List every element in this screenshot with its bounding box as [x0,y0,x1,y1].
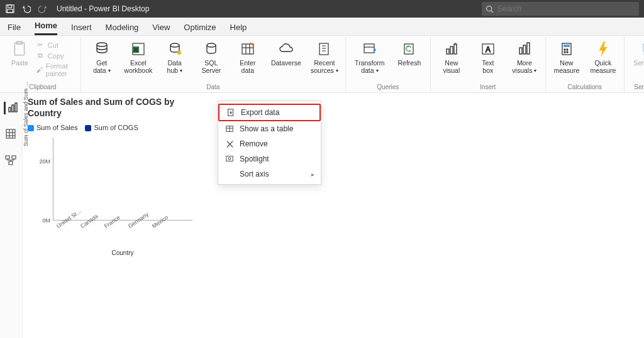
tab-insert[interactable]: Insert [71,19,92,35]
group-insert: New visual AText box More visuals ▾ Inse… [431,37,546,92]
group-calculations: New measure Quick measure Calculations [546,37,625,92]
rail-report-icon[interactable] [4,102,16,114]
svg-rect-22 [447,49,449,54]
menubar: File Home Insert Modeling View Optimize … [0,18,644,36]
svg-rect-28 [523,45,526,54]
group-data: Get data ▾ XExcel workbook Data hub ▾ SQ… [81,37,346,92]
sensitivity-button[interactable]: Sensitivity▾ [631,40,644,74]
group-label-clipboard: Clipboard [11,84,74,92]
svg-rect-39 [9,107,11,112]
svg-rect-18 [319,43,328,55]
svg-rect-56 [226,156,233,161]
tab-view[interactable]: View [152,19,170,35]
svg-rect-42 [6,129,15,138]
get-data-button[interactable]: Get data ▾ [87,40,116,74]
search-input[interactable] [497,4,635,13]
remove-icon [225,140,235,148]
svg-point-32 [564,49,565,50]
svg-rect-5 [15,43,25,55]
svg-point-12 [177,51,181,55]
tab-home[interactable]: Home [35,18,57,35]
quick-measure-button[interactable]: Quick measure [589,40,618,74]
transform-data-button[interactable]: Transform data ▾ [352,40,387,74]
svg-point-3 [487,6,492,11]
y-axis-label: Sum of Sales and Sum … [23,82,29,147]
svg-line-4 [491,10,493,12]
copy-button[interactable]: ⧉Copy [36,52,74,60]
paste-button[interactable]: Paste [11,40,28,67]
svg-point-11 [170,43,179,47]
context-menu: Export data Show as a table Remove Spotl… [218,101,321,185]
more-visuals-button[interactable]: More visuals ▾ [510,40,539,74]
svg-rect-24 [454,44,457,54]
svg-text:X: X [134,47,138,53]
svg-rect-31 [564,45,570,47]
group-label-calculations: Calculations [552,84,618,92]
dataverse-button[interactable]: Dataverse [270,40,303,67]
group-label-sensitivity: Sensitivity [631,84,644,92]
chevron-right-icon: ▸ [311,171,314,178]
ctx-show-as-table[interactable]: Show as a table [218,121,321,136]
svg-rect-19 [364,44,374,53]
legend-label-sales: Sum of Sales [36,124,77,131]
y-axis: 20M 0M [28,138,53,221]
svg-rect-49 [9,161,13,165]
ctx-sort-axis[interactable]: Sort axis ▸ [218,166,321,182]
group-clipboard: Paste ✂Cut ⧉Copy 🖌Format painter Clipboa… [5,37,81,92]
save-icon[interactable] [5,4,15,14]
recent-sources-button[interactable]: Recent sources ▾ [310,40,339,74]
ctx-export-data[interactable]: Export data [218,104,321,121]
tab-file[interactable]: File [8,19,21,35]
legend-swatch-cogs [85,125,91,131]
clipboard-small-actions: ✂Cut ⧉Copy 🖌Format painter [36,41,74,77]
svg-rect-1 [8,5,12,8]
svg-rect-2 [8,9,13,13]
y-tick: 20M [39,158,50,165]
group-label-queries: Queries [352,84,424,92]
svg-point-7 [97,43,107,46]
new-visual-button[interactable]: New visual [437,40,466,74]
svg-rect-48 [12,156,16,159]
new-measure-button[interactable]: New measure [552,40,581,74]
chart-title: Sum of Sales and Sum of COGS by Country [28,97,191,119]
tab-optimize[interactable]: Optimize [184,19,216,35]
undo-icon[interactable] [21,4,31,14]
rail-data-icon[interactable] [5,128,18,141]
chart[interactable]: Sum of Sales and Sum … 20M 0M United St…… [28,138,192,256]
ctx-label: Export data [241,108,279,117]
rail-model-icon[interactable] [5,155,18,167]
svg-rect-21 [404,44,413,54]
group-sensitivity: Sensitivity▾ Sensitivity [625,37,644,92]
svg-point-13 [207,43,216,47]
x-axis-labels: United St…CanadaFranceGermanyMexico [53,221,192,231]
ctx-remove[interactable]: Remove [218,136,321,151]
svg-point-34 [564,52,565,53]
ctx-label: Show as a table [240,124,293,133]
tab-modeling[interactable]: Modeling [106,19,139,35]
ribbon: Paste ✂Cut ⧉Copy 🖌Format painter Clipboa… [0,36,644,93]
canvas[interactable]: Sum of Sales and Sum of COGS by Country … [23,93,644,338]
svg-rect-40 [12,105,14,112]
enter-data-button[interactable]: Enter data [233,40,262,74]
spotlight-icon [225,155,235,163]
svg-rect-14 [242,44,253,54]
refresh-button[interactable]: Refresh [395,40,424,67]
search-icon [486,5,494,13]
sql-server-button[interactable]: SQL Server [197,40,226,74]
svg-text:A: A [486,45,491,54]
redo-icon[interactable] [38,4,48,14]
ctx-label: Sort axis [240,170,269,178]
svg-rect-47 [6,156,9,159]
cut-button[interactable]: ✂Cut [36,41,74,49]
search-box[interactable] [482,2,639,16]
tab-help[interactable]: Help [230,19,247,35]
excel-button[interactable]: XExcel workbook [124,40,153,74]
bars-area [53,138,192,221]
data-hub-button[interactable]: Data hub ▾ [160,40,189,74]
ctx-label: Spotlight [240,155,269,163]
group-label-insert: Insert [437,84,539,92]
titlebar: Untitled - Power BI Desktop [0,0,644,18]
ctx-spotlight[interactable]: Spotlight [218,151,321,166]
text-box-button[interactable]: AText box [474,40,502,74]
format-painter-button[interactable]: 🖌Format painter [36,62,74,77]
